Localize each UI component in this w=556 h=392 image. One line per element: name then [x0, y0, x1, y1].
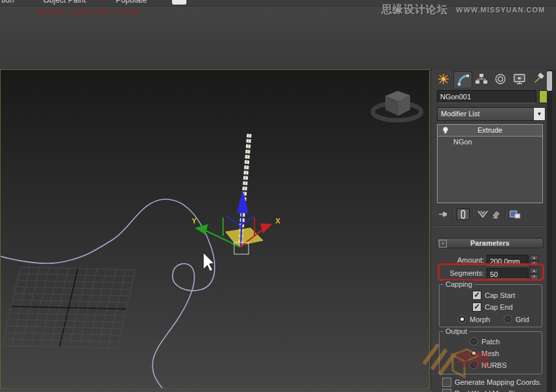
- spinner-down-icon[interactable]: ▼: [530, 274, 538, 280]
- divider: [436, 225, 547, 227]
- tab-utilities[interactable]: [529, 71, 547, 87]
- cap-start-label: Cap Start: [485, 291, 515, 299]
- mesh-radio[interactable]: Mesh: [470, 349, 499, 357]
- nurbs-radio[interactable]: NURBS: [470, 361, 507, 369]
- chevron-down-icon[interactable]: ▼: [533, 108, 545, 120]
- cap-start-checkbox[interactable]: ✓ Cap Start: [472, 291, 515, 300]
- utilities-icon: [532, 73, 545, 86]
- remove-modifier-button[interactable]: [489, 208, 502, 220]
- real-world-label: Real-World Map Size: [455, 389, 523, 392]
- grid-label: Grid: [515, 316, 529, 323]
- make-unique-icon: [477, 209, 489, 220]
- viewcube[interactable]: [373, 91, 421, 120]
- stack-row-label: Extrude: [451, 125, 529, 136]
- checkbox-empty-icon[interactable]: [442, 389, 451, 392]
- amount-label: Amount:: [438, 255, 484, 265]
- modifier-list-dropdown[interactable]: Modifier List ▼: [437, 107, 546, 121]
- capping-group: Capping ✓ Cap Start ✓ Cap End Morph Grid: [439, 284, 542, 327]
- checkbox-checked-icon[interactable]: ✓: [472, 302, 481, 312]
- spinner-up-icon[interactable]: ▲: [530, 255, 538, 261]
- modifier-stack[interactable]: Extrude NGon: [437, 124, 543, 203]
- show-end-result-button[interactable]: [457, 208, 470, 220]
- axis-x-label: X: [275, 217, 281, 225]
- window-right-edge: [552, 70, 556, 392]
- watermark-forum-url: WWW.MISSYUAN.COM: [456, 6, 545, 14]
- max-window: tion Object Paint Populate www.16xx8.com…: [0, 0, 556, 392]
- motion-icon: [494, 73, 507, 86]
- radio-unselected-icon[interactable]: [470, 361, 478, 369]
- generate-mapping-checkbox[interactable]: Generate Mapping Coords.: [442, 378, 542, 387]
- menu-item-selection[interactable]: tion: [1, 0, 14, 6]
- tab-modify[interactable]: [453, 71, 472, 88]
- capping-group-title: Capping: [443, 280, 474, 288]
- segments-label: Segments:: [438, 268, 484, 278]
- collapse-icon[interactable]: -: [439, 240, 447, 248]
- grid-radio[interactable]: Grid: [504, 315, 529, 323]
- make-unique-button[interactable]: [476, 208, 489, 220]
- radio-selected-icon[interactable]: [470, 349, 478, 357]
- menu-item-object-paint[interactable]: Object Paint: [43, 0, 86, 6]
- mouse-cursor: [203, 253, 214, 271]
- real-world-checkbox[interactable]: Real-World Map Size: [442, 389, 523, 392]
- watermark-top-left: www.16xx8.com: [37, 6, 141, 16]
- nurbs-label: NURBS: [481, 361, 507, 369]
- tab-display[interactable]: [510, 71, 528, 87]
- panel-scrollbar-thumb[interactable]: [547, 71, 552, 91]
- menu-item-populate[interactable]: Populate: [116, 0, 147, 6]
- patch-radio[interactable]: Patch: [470, 337, 500, 346]
- pin-stack-button[interactable]: [437, 208, 450, 220]
- mesh-label: Mesh: [481, 350, 499, 357]
- morph-radio[interactable]: Morph: [458, 315, 490, 323]
- gizmo-z-arrowhead[interactable]: [237, 190, 249, 213]
- hierarchy-icon: [475, 73, 488, 86]
- patch-label: Patch: [481, 338, 500, 346]
- command-panel: NGon001 Modifier List ▼ Extrude NGon: [432, 70, 556, 392]
- output-group-title: Output: [443, 327, 469, 335]
- amount-field[interactable]: 200.0mm: [487, 255, 529, 266]
- tab-hierarchy[interactable]: [472, 71, 490, 87]
- radio-unselected-icon[interactable]: [504, 315, 512, 323]
- ribbon-area: tion Object Paint Populate www.16xx8.com…: [0, 0, 556, 71]
- configure-modifier-sets-button[interactable]: [509, 208, 522, 220]
- segments-field[interactable]: 50: [487, 268, 529, 279]
- spinner-down-icon[interactable]: ▼: [530, 261, 538, 267]
- object-name-field[interactable]: NGon001: [437, 90, 536, 103]
- remove-modifier-icon: [491, 209, 501, 220]
- stack-row-extrude[interactable]: Extrude: [438, 125, 542, 137]
- home-grid: [2, 267, 135, 348]
- lightbulb-icon[interactable]: [440, 125, 451, 135]
- radio-unselected-icon[interactable]: [470, 337, 478, 346]
- parameters-rollout-header[interactable]: - Parameters: [436, 238, 544, 248]
- create-icon: [437, 73, 450, 86]
- modify-icon: [457, 73, 470, 86]
- tab-create[interactable]: [434, 71, 452, 87]
- output-group: Output Patch Mesh NURBS: [439, 331, 542, 374]
- generate-mapping-label: Generate Mapping Coords.: [455, 378, 542, 386]
- viewport-canvas[interactable]: Y X: [1, 70, 429, 388]
- show-end-result-icon: [458, 209, 468, 220]
- tab-motion[interactable]: [491, 71, 509, 87]
- spinner-up-icon[interactable]: ▲: [530, 268, 538, 274]
- stack-toolbar: [437, 207, 546, 221]
- stack-row-label: NGon: [453, 137, 472, 148]
- configure-modifier-sets-icon: [510, 209, 521, 220]
- cap-end-label: Cap End: [485, 303, 513, 311]
- parameters-rollout-title: Parameters: [470, 239, 510, 247]
- toolbar-button-partial[interactable]: [172, 0, 186, 5]
- panel-scrollbar[interactable]: [547, 70, 552, 392]
- morph-label: Morph: [470, 316, 490, 323]
- modifier-list-label: Modifier List: [441, 110, 479, 118]
- stack-row-ngon[interactable]: NGon: [438, 137, 542, 148]
- display-icon: [513, 73, 526, 86]
- radio-selected-icon[interactable]: [458, 315, 466, 323]
- pin-icon: [438, 209, 449, 220]
- perspective-viewport[interactable]: Y X: [0, 69, 430, 389]
- watermark-forum-name: 思缘设计论坛: [381, 3, 448, 17]
- cap-end-checkbox[interactable]: ✓ Cap End: [472, 302, 513, 312]
- gizmo-x-arrowhead[interactable]: [260, 223, 272, 233]
- segments-spinner[interactable]: ▲ ▼: [530, 268, 538, 279]
- axis-y-label: Y: [192, 217, 197, 225]
- checkbox-checked-icon[interactable]: ✓: [472, 291, 481, 300]
- checkbox-empty-icon[interactable]: [442, 378, 451, 387]
- amount-spinner[interactable]: ▲ ▼: [530, 255, 538, 266]
